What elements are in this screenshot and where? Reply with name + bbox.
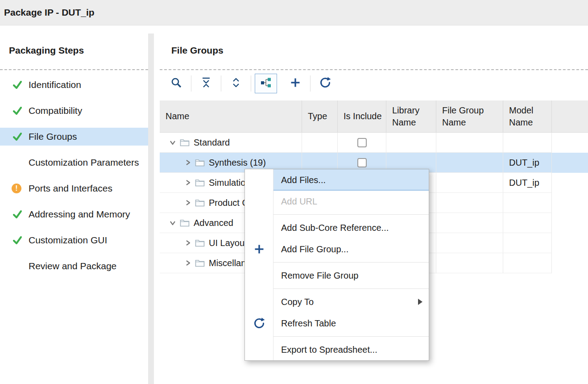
column-header-library-name[interactable]: Library Name <box>386 100 436 132</box>
refresh-icon <box>319 77 331 90</box>
menu-item-label: Export to Spreadsheet... <box>281 345 377 355</box>
divider <box>160 69 588 70</box>
folder-icon <box>195 239 205 247</box>
folder-icon <box>195 179 205 187</box>
packaging-steps-panel: Packaging Steps Identification Compatibi… <box>0 33 148 384</box>
sidebar-item-compatibility[interactable]: Compatibility <box>0 102 148 120</box>
menu-item-label: Add URL <box>281 196 317 207</box>
menu-item-add-files[interactable]: Add Files... <box>245 169 429 191</box>
menu-item-refresh-table[interactable]: Refresh Table <box>245 313 429 334</box>
menu-separator <box>245 334 429 339</box>
chevron-right-icon[interactable] <box>185 200 191 206</box>
sidebar-item-label: Ports and Interfaces <box>29 183 112 194</box>
chevron-right-icon[interactable] <box>185 240 191 246</box>
menu-item-add-file-group[interactable]: Add File Group... <box>245 238 429 260</box>
row-label: Advanced <box>194 218 233 228</box>
add-button[interactable] <box>284 74 306 93</box>
toolbar-separator <box>191 75 191 92</box>
panel-splitter[interactable] <box>148 33 154 384</box>
menu-item-export-to-spreadsheet[interactable]: Export to Spreadsheet... <box>245 339 429 360</box>
search-button[interactable] <box>165 74 187 93</box>
collapse-all-icon <box>201 77 211 90</box>
column-header-name[interactable]: Name <box>160 100 302 132</box>
sidebar-item-review-and-package[interactable]: Review and Package <box>0 257 148 275</box>
refresh-button[interactable] <box>314 74 336 93</box>
menu-item-copy-to[interactable]: Copy To <box>245 291 429 313</box>
row-label: Synthesis (19) <box>209 158 266 168</box>
toolbar-separator <box>251 75 251 92</box>
sidebar-item-label: Customization GUI <box>29 235 107 246</box>
menu-item-label: Remove File Group <box>281 271 358 281</box>
search-icon <box>170 77 182 90</box>
file-groups-title: File Groups <box>171 45 224 56</box>
packaging-steps-list: Identification Compatibility File Groups… <box>0 76 148 283</box>
sidebar-item-label: Compatibility <box>29 105 82 116</box>
check-icon <box>0 105 29 117</box>
check-icon <box>0 209 29 220</box>
expand-all-icon <box>231 77 241 90</box>
sidebar-item-label: Customization Parameters <box>29 157 139 168</box>
is-include-checkbox[interactable] <box>357 138 367 147</box>
menu-item-remove-file-group[interactable]: Remove File Group <box>245 265 429 286</box>
is-include-checkbox[interactable] <box>357 158 367 167</box>
warning-icon: ! <box>0 184 29 193</box>
refresh-icon <box>245 313 273 334</box>
menu-item-label: Add File Group... <box>281 244 348 255</box>
menu-separator <box>245 286 429 291</box>
table-header: Name Type Is Include Library Name File G… <box>160 100 588 133</box>
sidebar-item-identification[interactable]: Identification <box>0 76 148 94</box>
divider <box>0 69 148 70</box>
folder-icon <box>195 199 205 207</box>
chevron-down-icon[interactable] <box>170 139 176 146</box>
menu-item-label: Add Files... <box>281 175 326 185</box>
table-row-standard[interactable]: Standard <box>160 133 588 153</box>
sidebar-item-customization-parameters[interactable]: Customization Parameters <box>0 154 148 171</box>
sidebar-item-ports-and-interfaces[interactable]: ! Ports and Interfaces <box>0 179 148 197</box>
folder-icon <box>180 138 190 146</box>
column-header-type[interactable]: Type <box>302 100 338 132</box>
sidebar-title: Packaging Steps <box>9 45 84 56</box>
file-groups-toolbar <box>165 73 336 94</box>
hierarchy-view-icon <box>260 77 272 90</box>
sidebar-item-addressing-and-memory[interactable]: Addressing and Memory <box>0 205 148 223</box>
folder-icon <box>195 259 205 267</box>
window-titlebar: Package IP - DUT_ip <box>0 0 588 25</box>
column-header-model-name[interactable]: Model Name <box>503 100 552 132</box>
menu-item-add-sub-core-reference[interactable]: Add Sub-Core Reference... <box>245 217 429 238</box>
row-label: UI Layout <box>209 238 247 248</box>
chevron-right-icon[interactable] <box>185 159 191 166</box>
collapse-all-button[interactable] <box>195 74 217 93</box>
folder-icon <box>180 219 190 227</box>
column-header-filler <box>552 100 588 132</box>
model-name-value: DUT_ip <box>509 158 539 168</box>
sidebar-item-customization-gui[interactable]: Customization GUI <box>0 231 148 249</box>
submenu-arrow-icon <box>418 299 422 305</box>
menu-separator <box>245 260 429 265</box>
window-title: Package IP - DUT_ip <box>4 7 95 18</box>
column-header-file-group-name[interactable]: File Group Name <box>436 100 503 132</box>
menu-item-label: Add Sub-Core Reference... <box>281 223 389 233</box>
sidebar-item-label: Review and Package <box>29 261 116 271</box>
check-icon <box>0 131 29 142</box>
chevron-down-icon[interactable] <box>170 220 176 226</box>
toolbar-separator <box>310 75 311 92</box>
model-name-value: DUT_ip <box>509 178 539 188</box>
hierarchy-view-button[interactable] <box>255 74 277 93</box>
add-icon <box>245 238 273 260</box>
sidebar-item-label: Addressing and Memory <box>29 209 130 220</box>
check-icon <box>0 234 29 246</box>
menu-item-label: Refresh Table <box>281 318 336 329</box>
chevron-right-icon[interactable] <box>185 260 191 266</box>
row-label: Standard <box>194 138 230 148</box>
sidebar-item-label: File Groups <box>29 131 77 142</box>
expand-all-button[interactable] <box>225 74 247 93</box>
add-icon <box>290 77 301 90</box>
menu-separator <box>245 212 429 217</box>
sidebar-item-label: Identification <box>29 79 81 90</box>
folder-icon <box>195 159 205 167</box>
sidebar-item-file-groups[interactable]: File Groups <box>0 128 148 146</box>
check-icon <box>0 79 29 91</box>
column-header-is-include[interactable]: Is Include <box>338 100 386 132</box>
context-menu: Add Files... Add URL Add Sub-Core Refere… <box>244 169 429 361</box>
chevron-right-icon[interactable] <box>185 179 191 186</box>
